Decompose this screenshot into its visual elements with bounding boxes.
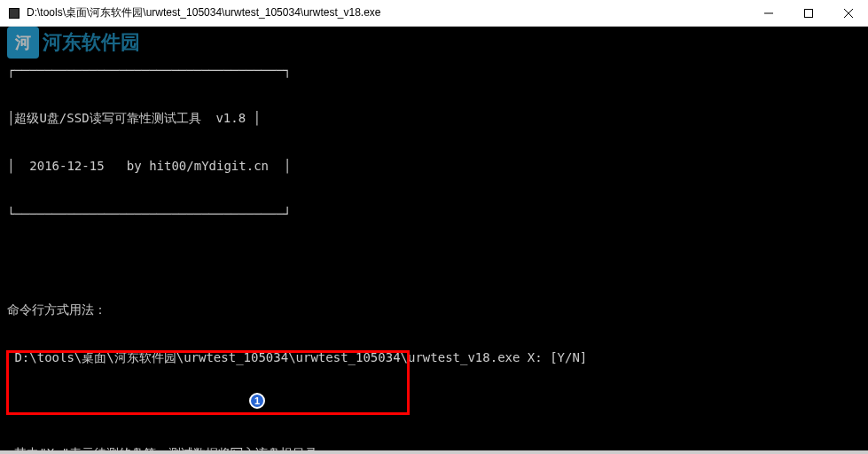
app-window: D:\tools\桌面\河东软件园\urwtest_105034\urwtest… <box>0 0 868 454</box>
svg-rect-1 <box>10 9 19 18</box>
titlebar: D:\tools\桌面\河东软件园\urwtest_105034\urwtest… <box>0 0 868 27</box>
window-controls <box>748 0 868 26</box>
term-line: D:\tools\桌面\河东软件园\urwtest_105034\urwtest… <box>7 349 861 365</box>
term-line: │超级U盘/SSD读写可靠性测试工具 v1.8 │ <box>7 110 861 126</box>
term-line: ┌────────────────────────────────────┐ <box>7 62 861 78</box>
term-line <box>7 397 861 413</box>
maximize-button[interactable] <box>788 0 828 26</box>
term-line: 命令行方式用法： <box>7 301 861 317</box>
terminal-output[interactable]: ┌────────────────────────────────────┐ │… <box>0 27 868 450</box>
close-button[interactable] <box>828 0 868 26</box>
window-bottom-border <box>0 450 868 454</box>
svg-rect-3 <box>804 9 812 17</box>
term-line <box>7 254 861 270</box>
minimize-button[interactable] <box>748 0 788 26</box>
term-line: │ 2016-12-15 by hit00/mYdigit.cn │ <box>7 158 861 174</box>
window-title: D:\tools\桌面\河东软件园\urwtest_105034\urwtest… <box>27 5 748 20</box>
app-icon <box>7 6 21 20</box>
term-line: └────────────────────────────────────┘ <box>7 206 861 222</box>
